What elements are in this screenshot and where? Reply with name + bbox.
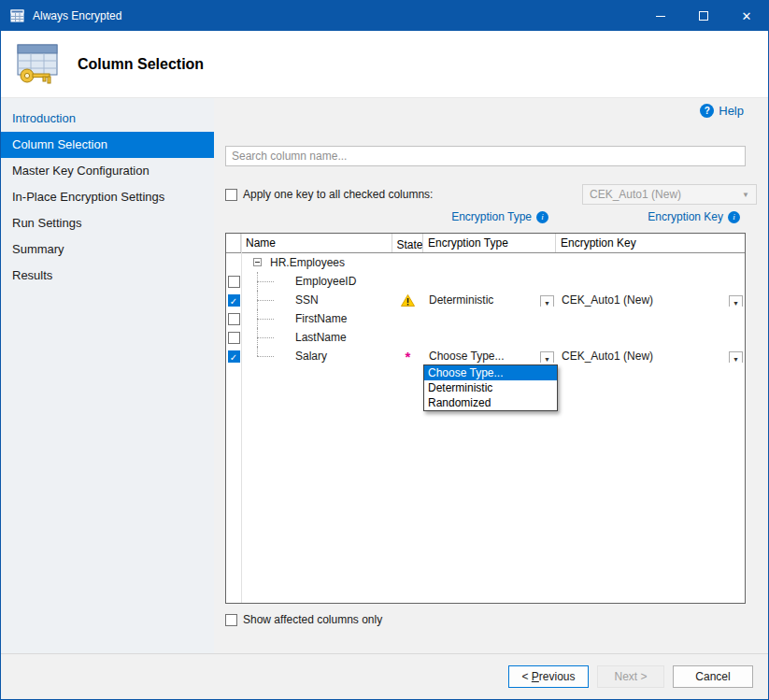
minimize-icon (656, 16, 665, 17)
sidebar-item-results[interactable]: Results (1, 263, 214, 289)
header-name: Name (241, 234, 392, 252)
wizard-steps-sidebar: Introduction Column Selection Master Key… (1, 98, 214, 653)
encryption-key-value: CEK_Auto1 (New) (556, 350, 653, 363)
column-name: SSN (295, 293, 319, 307)
encryption-key-value: CEK_Auto1 (New) (556, 293, 653, 307)
maximize-icon (699, 11, 708, 21)
apply-key-checkbox[interactable] (225, 189, 237, 201)
encryption-type-link[interactable]: Encryption Type i (451, 210, 548, 223)
row-checkbox[interactable]: ✓ (228, 294, 240, 307)
search-input[interactable] (225, 146, 746, 166)
help-icon: ? (700, 104, 714, 118)
window-title: Always Encrypted (33, 9, 121, 22)
encryption-key-dropdown-button[interactable]: ▼ (729, 295, 743, 307)
dropdown-option-choose-type[interactable]: Choose Type... (424, 365, 557, 380)
sidebar-item-summary[interactable]: Summary (1, 236, 214, 263)
sidebar-item-in-place-encryption-settings[interactable]: In-Place Encryption Settings (1, 184, 214, 210)
table-row-employeeid: EmployeeID (226, 272, 745, 291)
grid-header: Name State Encryption Type Encryption Ke… (226, 234, 745, 253)
previous-button[interactable]: < Previous (508, 665, 589, 688)
apply-key-row: Apply one key to all checked columns: CE… (225, 184, 744, 205)
encryption-type-dropdown-button[interactable]: ▼ (540, 295, 554, 307)
page-title: Column Selection (78, 56, 204, 73)
maximize-button[interactable] (682, 1, 725, 31)
content-area: Introduction Column Selection Master Key… (1, 98, 768, 653)
chevron-down-icon: ▼ (742, 191, 749, 199)
apply-key-label: Apply one key to all checked columns: (243, 188, 433, 201)
row-checkbox[interactable] (228, 332, 240, 344)
column-name: FirstName (295, 312, 347, 325)
row-checkbox[interactable] (228, 276, 240, 288)
column-name: LastName (295, 331, 347, 344)
apply-key-combobox[interactable]: CEK_Auto1 (New) ▼ (582, 184, 757, 205)
app-icon (10, 8, 25, 23)
sidebar-item-run-settings[interactable]: Run Settings (1, 210, 214, 236)
warning-icon (401, 294, 415, 307)
table-row-salary: ✓ Salary * Choose Type... ▼ CEK_Auto1 (N… (226, 347, 745, 365)
info-icon[interactable]: i (728, 211, 740, 223)
table-group-row: HR.Employees (226, 253, 745, 272)
required-icon: * (406, 350, 411, 364)
sidebar-item-introduction[interactable]: Introduction (1, 106, 214, 132)
show-affected-label: Show affected columns only (243, 613, 382, 626)
close-icon: ✕ (742, 10, 752, 22)
close-button[interactable]: ✕ (725, 1, 768, 31)
minimize-button[interactable] (639, 1, 682, 31)
encryption-type-dropdown-button[interactable]: ▼ (540, 351, 554, 363)
help-link[interactable]: ? Help (700, 104, 744, 118)
column-name: Salary (295, 350, 327, 363)
collapse-icon[interactable] (253, 258, 262, 266)
header-encryption-key: Encryption Key (556, 234, 745, 252)
footer-bar: < Previous Next > Cancel (1, 653, 768, 699)
dropdown-option-deterministic[interactable]: Deterministic (424, 380, 557, 395)
window-controls: ✕ (639, 1, 768, 31)
show-affected-row: Show affected columns only (225, 613, 382, 626)
encryption-type-value: Deterministic (423, 293, 493, 307)
apply-key-value: CEK_Auto1 (New) (590, 188, 681, 201)
main-pane: ? Help Apply one key to all checked colu… (214, 98, 768, 653)
wizard-header: Column Selection (1, 31, 768, 98)
show-affected-checkbox[interactable] (225, 614, 237, 626)
help-label: Help (719, 104, 744, 118)
sidebar-item-master-key-configuration[interactable]: Master Key Configuration (1, 158, 214, 184)
encryption-key-dropdown-button[interactable]: ▼ (729, 351, 743, 363)
titlebar: Always Encrypted ✕ (1, 1, 768, 31)
header-encryption-type: Encryption Type (423, 234, 556, 252)
table-row-ssn: ✓ SSN Deterministic ▼ CEK_Au (226, 291, 745, 309)
column-name: EmployeeID (295, 275, 356, 288)
always-encrypted-window: Always Encrypted ✕ Column Selecti (0, 0, 769, 700)
encryption-type-dropdown-list: Choose Type... Deterministic Randomized (423, 364, 558, 411)
info-icon[interactable]: i (536, 211, 548, 223)
sidebar-item-column-selection[interactable]: Column Selection (1, 132, 214, 158)
column-links-row: Encryption Type i Encryption Key i (225, 210, 746, 225)
table-row-firstname: FirstName (226, 309, 745, 328)
row-checkbox[interactable]: ✓ (228, 350, 240, 363)
columns-grid: Name State Encryption Type Encryption Ke… (225, 233, 746, 604)
cancel-button[interactable]: Cancel (673, 665, 753, 688)
encryption-key-link[interactable]: Encryption Key i (648, 210, 740, 223)
header-state: State (392, 234, 423, 252)
header-checkbox-column (226, 234, 241, 252)
next-button[interactable]: Next > (597, 665, 664, 688)
table-row-lastname: LastName (226, 328, 745, 347)
encryption-type-value: Choose Type... (423, 350, 505, 363)
dropdown-option-randomized[interactable]: Randomized (424, 395, 557, 410)
table-key-icon (14, 42, 63, 87)
row-checkbox[interactable] (228, 313, 240, 325)
